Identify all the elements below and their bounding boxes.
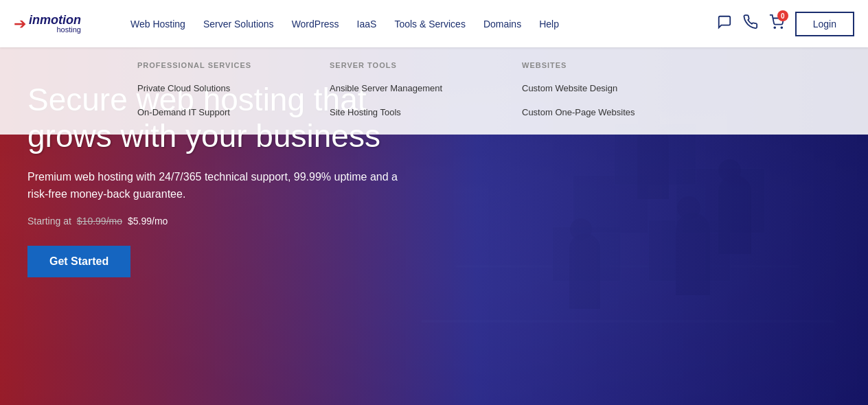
dropdown-title-websites: WEBSITES xyxy=(522,61,659,69)
dropdown-menu: PROFESSIONAL SERVICES Private Cloud Solu… xyxy=(0,47,868,135)
hero-subtitle: Premium web hosting with 24/7/365 techni… xyxy=(27,168,412,203)
logo-brand: inmotion xyxy=(29,14,81,26)
svg-point-1 xyxy=(781,27,782,28)
nav-links: Web Hosting Server Solutions WordPress I… xyxy=(124,13,717,35)
logo-swoosh-icon: ➔ xyxy=(14,15,26,33)
navbar: ➔ inmotion hosting Web Hosting Server So… xyxy=(0,0,868,47)
dropdown-link-custom-design[interactable]: Custom Website Design xyxy=(522,80,659,96)
logo[interactable]: ➔ inmotion hosting xyxy=(14,14,103,34)
hero-cta-button[interactable]: Get Started xyxy=(27,246,130,277)
nav-domains[interactable]: Domains xyxy=(477,13,528,35)
nav-help[interactable]: Help xyxy=(532,13,566,35)
logo-tagline: hosting xyxy=(29,26,81,34)
hero-new-price: $5.99/mo xyxy=(128,216,168,227)
dropdown-col-server-tools: SERVER TOOLS Ansible Server Management S… xyxy=(330,61,467,121)
hero-pricing-label: Starting at xyxy=(27,216,71,227)
phone-icon[interactable] xyxy=(743,14,758,33)
hero-pricing: Starting at $10.99/mo $5.99/mo xyxy=(27,216,439,227)
login-button[interactable]: Login xyxy=(795,12,854,36)
dropdown-col-websites: WEBSITES Custom Website Design Custom On… xyxy=(522,61,659,121)
nav-wordpress[interactable]: WordPress xyxy=(285,13,346,35)
dropdown-link-private-cloud[interactable]: Private Cloud Solutions xyxy=(137,80,275,96)
dropdown-title-professional: PROFESSIONAL SERVICES xyxy=(137,61,275,69)
dropdown-link-site-hosting[interactable]: Site Hosting Tools xyxy=(330,104,467,120)
nav-iaas[interactable]: IaaS xyxy=(350,13,384,35)
nav-server-solutions[interactable]: Server Solutions xyxy=(196,13,281,35)
dropdown-title-server-tools: SERVER TOOLS xyxy=(330,61,467,69)
dropdown-col-professional: PROFESSIONAL SERVICES Private Cloud Solu… xyxy=(137,61,275,121)
nav-web-hosting[interactable]: Web Hosting xyxy=(124,13,192,35)
cart-icon[interactable]: 0 xyxy=(769,14,784,33)
svg-point-0 xyxy=(774,27,775,28)
cart-count: 0 xyxy=(777,10,788,21)
nav-tools-services[interactable]: Tools & Services xyxy=(387,13,472,35)
chat-icon[interactable] xyxy=(717,14,732,33)
dropdown-link-it-support[interactable]: On-Demand IT Support xyxy=(137,104,275,120)
nav-icons: 0 xyxy=(717,14,784,33)
dropdown-link-one-page[interactable]: Custom One-Page Websites xyxy=(522,104,659,120)
hero-old-price: $10.99/mo xyxy=(77,216,122,227)
dropdown-link-ansible[interactable]: Ansible Server Management xyxy=(330,80,467,96)
